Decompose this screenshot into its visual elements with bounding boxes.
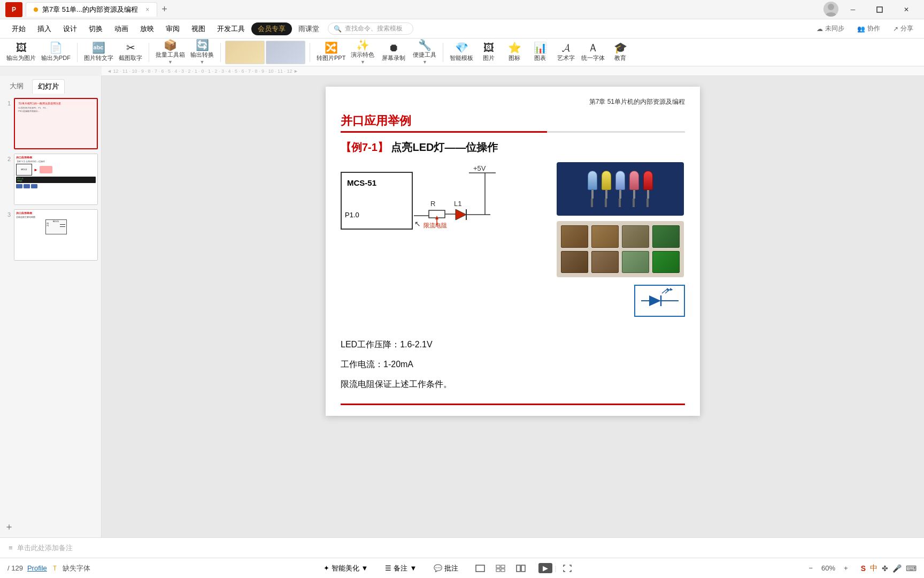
grid-view-button[interactable] <box>491 564 510 573</box>
slide-thumb-mini-1[interactable] <box>225 41 265 64</box>
play-button[interactable]: ▶ <box>538 563 552 573</box>
menu-bar: 开始 插入 设计 切换 动画 放映 审阅 视图 开发工具 会员专享 雨课堂 🔍 … <box>0 19 924 39</box>
menu-animation[interactable]: 动画 <box>109 22 134 36</box>
profile-label[interactable]: Profile <box>27 564 47 572</box>
slide-item-1[interactable]: 1 51单片机P口的一般用法及使用注意 · 51系列单片机有P0、P1、P2..… <box>2 97 99 150</box>
add-slide-button[interactable]: ＋ <box>0 516 101 537</box>
art-text-button[interactable]: 𝓐 艺术字 <box>553 41 578 64</box>
smd-led-photo <box>557 221 684 277</box>
comment-button[interactable]: 💬 批注 <box>429 562 463 574</box>
handy-tools-button[interactable]: 🔧 便捷工具 ▼ <box>411 41 438 64</box>
menu-review[interactable]: 审阅 <box>160 22 185 36</box>
unified-font-button[interactable]: Ａ 统一字体 <box>579 41 607 64</box>
smart-template-button[interactable]: 💎 智能模板 <box>448 41 475 64</box>
active-tab[interactable]: 第7章 51单...的内部资源及编程 × <box>26 2 157 17</box>
text-line-3: 限流电阻保证上述工作条件。 <box>341 377 546 392</box>
screenshot-text-button[interactable]: ✂ 截图取字 <box>117 41 144 64</box>
toolbar-separator-5 <box>443 43 443 62</box>
reader-view-button[interactable] <box>512 564 530 573</box>
present-dropdown-arrow: ▼ <box>360 59 365 65</box>
svg-rect-33 <box>521 565 525 572</box>
slide-item-3[interactable]: 3 并口应用举例 总线连接主要结构图 MCS-51 P0 <box>2 208 99 262</box>
notes-bar[interactable]: ≡ 单击此处添加备注 <box>0 537 924 558</box>
svg-text:R: R <box>430 200 435 208</box>
present-icon: ✨ <box>356 40 369 50</box>
smart-beautify-button[interactable]: ✦ 智能美化 ▼ <box>319 562 373 574</box>
smd-chip-4 <box>561 251 588 273</box>
grid-view-icon <box>496 565 505 572</box>
menu-insert[interactable]: 插入 <box>32 22 57 36</box>
menu-vip[interactable]: 会员专享 <box>251 22 292 35</box>
slide-bottom-line <box>341 404 685 405</box>
notes-icon: ≡ <box>9 544 13 552</box>
user-avatar[interactable] <box>823 2 838 17</box>
maximize-button[interactable] <box>867 2 892 18</box>
search-placeholder: 查找命令、搜索模板 <box>345 24 403 33</box>
handy-icon: 🔧 <box>418 40 432 50</box>
screen-record-button[interactable]: ⏺ 屏幕录制 <box>378 41 410 64</box>
wps-zh: 中 <box>870 564 877 573</box>
zoom-in-button[interactable]: + <box>840 563 852 573</box>
menu-right-actions: ☁ 未同步 👥 协作 ↗ 分享 <box>812 22 918 35</box>
charts-button[interactable]: 📊 图表 <box>528 41 552 64</box>
plus-icon: ＋ <box>4 520 14 533</box>
slide-thumb-mini-2[interactable] <box>266 41 305 64</box>
normal-view-button[interactable] <box>471 564 489 573</box>
tab-close-button[interactable]: × <box>145 6 149 13</box>
menu-dev-tools[interactable]: 开发工具 <box>212 22 250 36</box>
export-pdf-button[interactable]: 📄 输出为PDF <box>39 41 73 64</box>
play-icon: ▶ <box>543 564 548 572</box>
menu-home[interactable]: 开始 <box>6 22 31 36</box>
slide-thumb-2[interactable]: 并口应用举例 【例7-1】点亮LED灯—位操作 MCS-51 ► P1.0 = … <box>14 154 98 205</box>
minimize-button[interactable]: ─ <box>841 2 865 18</box>
slide-num-3: 3 <box>3 209 11 218</box>
fit-screen-button[interactable] <box>559 564 576 573</box>
export-convert-button[interactable]: 🔄 输出转换 ▼ <box>188 41 216 64</box>
slides-tab[interactable]: 幻灯片 <box>32 79 65 94</box>
present-effect-button[interactable]: ✨ 演示特色 ▼ <box>349 41 376 64</box>
slide-thumb-3[interactable]: 并口应用举例 总线连接主要结构图 MCS-51 P0 P1 <box>14 209 98 261</box>
search-bar[interactable]: 🔍 查找命令、搜索模板 <box>328 22 413 35</box>
picture-button[interactable]: 🖼 图片 <box>476 41 501 64</box>
app-logo: P <box>5 2 22 17</box>
menu-design[interactable]: 设计 <box>58 22 82 36</box>
slide-item-2[interactable]: 2 并口应用举例 【例7-1】点亮LED灯—位操作 MCS-51 ► <box>2 153 99 206</box>
fit-screen-icon <box>563 565 572 572</box>
smd-chip-green-1 <box>652 225 680 248</box>
smart-template-icon: 💎 <box>455 42 468 53</box>
slide-preview-group <box>225 41 305 64</box>
circuit-svg: R <box>341 162 512 245</box>
outline-tab[interactable]: 大纲 <box>4 79 29 94</box>
export-pdf-icon: 📄 <box>49 42 63 53</box>
window-controls: ─ ✕ <box>819 2 919 18</box>
share-button[interactable]: ↗ 分享 <box>889 22 918 35</box>
close-button[interactable]: ✕ <box>894 2 919 18</box>
export-img-button[interactable]: 🖼 输出为图片 <box>4 41 38 64</box>
img-to-text-button[interactable]: 🔤 图片转文字 <box>82 41 116 64</box>
add-tab-button[interactable]: + <box>161 4 167 15</box>
notes-button[interactable]: ☰ 备注 ▼ <box>381 562 421 574</box>
coop-button[interactable]: 👥 协作 <box>853 22 884 35</box>
menu-view[interactable]: 视图 <box>186 22 211 36</box>
missing-font-label[interactable]: 缺失字体 <box>63 564 90 573</box>
menu-slideshow[interactable]: 放映 <box>135 22 159 36</box>
example-title: 【例7-1】 点亮LED灯——位操作 <box>341 140 685 155</box>
svg-rect-28 <box>496 565 500 568</box>
toolbar-slide-thumbnails <box>225 41 305 64</box>
education-button[interactable]: 🎓 教育 <box>608 41 633 64</box>
slide-thumb-1[interactable]: 51单片机P口的一般用法及使用注意 · 51系列单片机有P0、P1、P2... … <box>14 98 98 149</box>
content-row: MCS-51 P1.0 R <box>341 162 685 396</box>
menu-rain[interactable]: 雨课堂 <box>293 22 325 36</box>
ppt-convert-button[interactable]: 🔀 转图片PPT <box>314 41 348 64</box>
zoom-out-button[interactable]: − <box>804 563 817 573</box>
smd-chip-5 <box>591 251 619 273</box>
slide-canvas: 第7章 51单片机的内部资源及编程 并口应用举例 【例7-1】 点亮LED灯——… <box>326 87 700 416</box>
batch-tools-button[interactable]: 📦 批量工具箱 ▼ <box>153 41 187 64</box>
main-area: 大纲 幻灯片 1 51单片机P口的一般用法及使用注意 · 51系列单片机有P0、… <box>0 76 924 537</box>
led-photo-large <box>557 162 684 216</box>
menu-transition[interactable]: 切换 <box>83 22 108 36</box>
icons-button[interactable]: ⭐ 图标 <box>502 41 527 64</box>
sync-button[interactable]: ☁ 未同步 <box>812 22 849 35</box>
notes-dropdown: ▼ <box>410 564 417 572</box>
toolbar: 🖼 输出为图片 📄 输出为PDF 🔤 图片转文字 ✂ 截图取字 📦 批量工具箱 … <box>0 39 924 66</box>
